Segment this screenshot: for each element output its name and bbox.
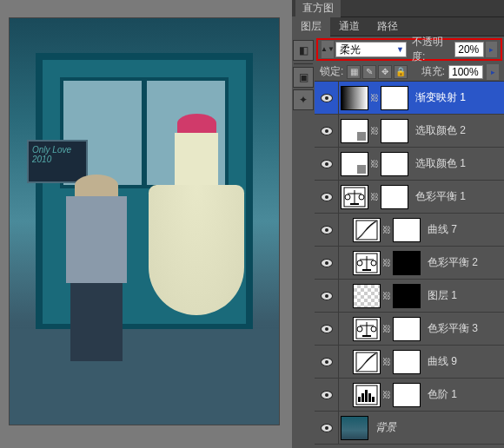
layer-name-label[interactable]: 背景 [375, 420, 396, 435]
document-photo[interactable]: Only Love 2010 [9, 17, 280, 425]
photo-person-woman [149, 114, 244, 366]
svg-rect-23 [368, 393, 371, 402]
layer-name-label[interactable]: 渐变映射 1 [415, 90, 466, 105]
opacity-input[interactable]: 20% [454, 42, 484, 57]
layer-name-label[interactable]: 选取颜色 1 [415, 156, 466, 171]
layer-row[interactable]: 背景 [315, 412, 504, 445]
visibility-toggle[interactable] [315, 82, 339, 114]
fill-slider-arrow-icon[interactable]: ▸ [487, 64, 499, 80]
visibility-toggle[interactable] [315, 214, 339, 246]
layer-thumbnail[interactable] [341, 86, 368, 110]
layer-row[interactable]: ⛓选取颜色 1 [315, 148, 504, 181]
link-icon[interactable]: ⛓ [382, 356, 391, 368]
layer-mask-thumbnail[interactable] [393, 350, 421, 374]
layer-mask-thumbnail[interactable] [381, 86, 408, 110]
lock-position-icon[interactable]: ✥ [378, 65, 392, 79]
layer-name-label[interactable]: 色彩平衡 2 [428, 255, 478, 270]
blend-mode-value: 柔光 [340, 43, 361, 57]
visibility-toggle[interactable] [315, 247, 339, 279]
layer-row[interactable]: ⛓色彩平衡 3 [315, 313, 504, 346]
tool-button-3[interactable]: ✦ [293, 89, 314, 110]
layer-mask-thumbnail[interactable] [393, 251, 421, 275]
layer-row[interactable]: ⛓色彩平衡 2 [315, 247, 504, 280]
layer-name-label[interactable]: 图层 1 [428, 288, 457, 303]
eye-icon [321, 160, 333, 168]
lock-all-icon[interactable]: 🔒 [394, 65, 408, 79]
layer-row[interactable]: ⛓色阶 1 [315, 379, 504, 412]
link-icon[interactable]: ⛓ [382, 224, 391, 236]
visibility-toggle[interactable] [315, 148, 339, 180]
canvas-area: Only Love 2010 [0, 0, 292, 448]
layer-thumbnail[interactable] [353, 317, 381, 341]
layer-thumbnail[interactable] [341, 119, 368, 143]
layer-name-label[interactable]: 曲线 7 [428, 222, 457, 237]
layer-thumbnail[interactable] [341, 152, 368, 176]
visibility-toggle[interactable] [315, 379, 339, 411]
layer-thumbnail[interactable] [341, 416, 368, 440]
layer-thumbnail[interactable] [353, 350, 381, 374]
layer-mask-thumbnail[interactable] [393, 284, 421, 308]
blend-opacity-row: ▲▼ 柔光 ▼ 不透明度: 20% ▸ [316, 38, 502, 61]
link-icon[interactable]: ⛓ [370, 158, 379, 170]
tab-paths[interactable]: 路径 [368, 16, 407, 36]
blend-mode-dropdown[interactable]: 柔光 ▼ [335, 42, 407, 57]
link-icon[interactable]: ⛓ [382, 323, 391, 335]
visibility-toggle[interactable] [315, 181, 339, 213]
layer-name-label[interactable]: 色彩平衡 3 [428, 321, 478, 336]
layer-row[interactable]: ⛓选取颜色 2 [315, 115, 504, 148]
layer-row[interactable]: ⛓色彩平衡 1 [315, 181, 504, 214]
lock-pixels-icon[interactable]: ✎ [362, 65, 376, 79]
tool-button-2[interactable]: ▣ [293, 67, 314, 88]
link-icon[interactable]: ⛓ [382, 389, 391, 401]
layers-list: ⛓渐变映射 1⛓选取颜色 2⛓选取颜色 1⛓色彩平衡 1⛓曲线 7⛓色彩平衡 2… [315, 82, 504, 448]
layer-mask-thumbnail[interactable] [381, 185, 408, 209]
eye-icon [321, 424, 333, 432]
tool-button-1[interactable]: ◧ [293, 40, 314, 61]
layer-mask-thumbnail[interactable] [393, 218, 421, 242]
layer-row[interactable]: ⛓渐变映射 1 [315, 82, 504, 115]
lock-label: 锁定: [320, 64, 343, 79]
eye-icon [321, 226, 333, 234]
eye-icon [321, 391, 333, 399]
tab-channels[interactable]: 通道 [330, 16, 368, 36]
layer-name-label[interactable]: 选取颜色 2 [415, 123, 466, 138]
layer-row[interactable]: ⛓曲线 9 [315, 346, 504, 379]
lock-transparent-icon[interactable]: ▦ [347, 65, 361, 79]
layer-thumbnail[interactable] [353, 383, 381, 407]
layer-thumbnail[interactable] [353, 251, 381, 275]
visibility-toggle[interactable] [315, 313, 339, 345]
layer-name-label[interactable]: 曲线 9 [428, 354, 457, 369]
layer-thumbnail[interactable] [341, 185, 368, 209]
layer-mask-thumbnail[interactable] [393, 317, 421, 341]
layer-thumbnail[interactable] [353, 284, 381, 308]
svg-rect-20 [358, 397, 361, 402]
layer-row[interactable]: ⛓图层 1 [315, 280, 504, 313]
layer-mask-thumbnail[interactable] [381, 152, 408, 176]
opacity-slider-arrow-icon[interactable]: ▸ [486, 42, 497, 57]
svg-rect-21 [361, 393, 364, 402]
layer-mask-thumbnail[interactable] [381, 119, 408, 143]
visibility-toggle[interactable] [315, 412, 339, 444]
link-icon[interactable]: ⛓ [382, 257, 391, 269]
layer-name-label[interactable]: 色彩平衡 1 [415, 189, 466, 204]
visibility-toggle[interactable] [315, 115, 339, 147]
link-icon[interactable]: ⛓ [370, 191, 379, 203]
visibility-toggle[interactable] [315, 346, 339, 378]
panels-area: 直方图 图层 通道 路径 ▲▼ 柔光 ▼ 不透明度: 20% ▸ 锁定: [292, 0, 504, 448]
tab-layers[interactable]: 图层 [292, 16, 330, 36]
layer-thumbnail[interactable] [353, 218, 381, 242]
eye-icon [321, 193, 333, 201]
link-icon[interactable]: ⛓ [370, 125, 379, 137]
tab-histogram[interactable]: 直方图 [295, 0, 341, 17]
layer-name-label[interactable]: 色阶 1 [428, 387, 457, 402]
blend-arrows-icon[interactable]: ▲▼ [322, 41, 334, 58]
layer-mask-thumbnail[interactable] [393, 383, 421, 407]
eye-icon [321, 94, 333, 102]
layer-row[interactable]: ⛓曲线 7 [315, 214, 504, 247]
link-icon[interactable]: ⛓ [382, 290, 391, 302]
top-tab-bar: 直方图 [292, 0, 504, 17]
svg-rect-22 [365, 390, 368, 402]
visibility-toggle[interactable] [315, 280, 339, 312]
link-icon[interactable]: ⛓ [370, 92, 379, 104]
fill-input[interactable]: 100% [448, 65, 483, 79]
